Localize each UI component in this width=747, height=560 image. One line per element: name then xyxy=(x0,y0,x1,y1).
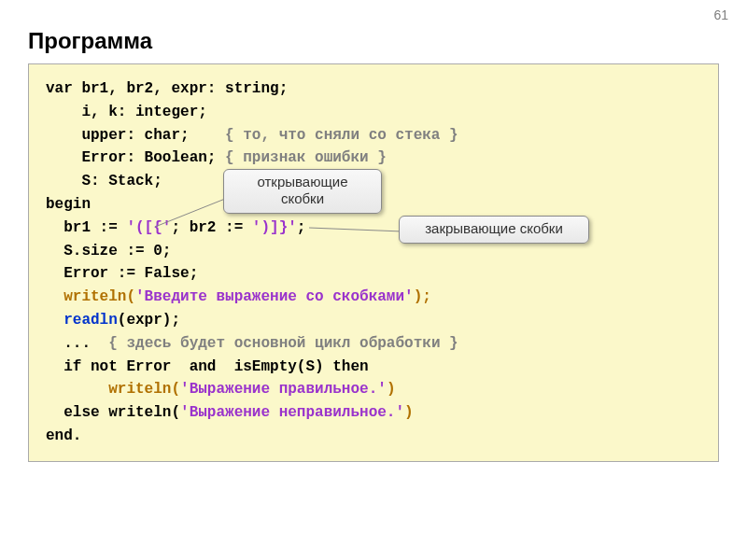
code-text: Error: Boolean; xyxy=(46,149,225,166)
page-number: 61 xyxy=(713,7,728,22)
kw-then: then xyxy=(332,358,368,375)
code-num: 0 xyxy=(153,243,162,259)
code-text: ; xyxy=(162,243,172,259)
code-string: 'Введите выражение со скобками' xyxy=(135,288,414,305)
kw-begin: begin xyxy=(46,196,91,213)
kw-if: if not xyxy=(46,358,126,375)
code-stmt: writeln( xyxy=(46,288,135,305)
code-comment: { то, что сняли со стека } xyxy=(225,127,458,144)
code-text: S.size := xyxy=(46,243,153,259)
code-string: '([{' xyxy=(118,219,172,236)
code-text: br1 := xyxy=(46,219,118,236)
code-text: S: Stack; xyxy=(46,173,162,189)
code-string: 'Выражение правильное.' xyxy=(180,381,387,398)
code-stmt: ); xyxy=(414,288,431,305)
code-text: i, k: integer; xyxy=(46,104,207,120)
kw-end: end. xyxy=(46,427,81,444)
kw-var: var xyxy=(46,80,81,97)
callout-text: закрывающие скобки xyxy=(425,220,563,236)
code-stmt: writeln( xyxy=(46,381,180,398)
code-text: Error xyxy=(126,358,171,375)
code-cmd: readln xyxy=(46,312,118,329)
page-title: Программа xyxy=(28,28,719,54)
code-text: Error := False; xyxy=(46,265,198,282)
code-text: upper: char; xyxy=(46,127,225,144)
callout-opening-brackets: открывающие скобки xyxy=(223,169,382,214)
code-text: ; xyxy=(297,219,306,236)
code-text: (expr); xyxy=(118,312,180,329)
code-string: ')]}' xyxy=(243,219,297,236)
callout-text: открывающие xyxy=(235,174,370,190)
code-block: var br1, br2, expr: string; i, k: intege… xyxy=(28,63,719,462)
code-text: ; br2 := xyxy=(171,219,243,236)
kw-and: and isEmpty(S) xyxy=(171,358,332,375)
code-string: 'Выражение неправильное.' xyxy=(180,404,404,421)
code-comment: { признак ошибки } xyxy=(225,149,387,166)
code-text: br1, br2, expr: string; xyxy=(81,80,288,97)
code-stmt: ) xyxy=(404,404,414,421)
code-comment: { здесь будет основной цикл обработки } xyxy=(108,335,458,352)
code-stmt: ) xyxy=(387,381,396,398)
callout-text: скобки xyxy=(235,190,370,207)
kw-else: else writeln( xyxy=(46,404,180,421)
callout-closing-brackets: закрывающие скобки xyxy=(399,216,589,244)
code-text: ... xyxy=(46,335,108,352)
